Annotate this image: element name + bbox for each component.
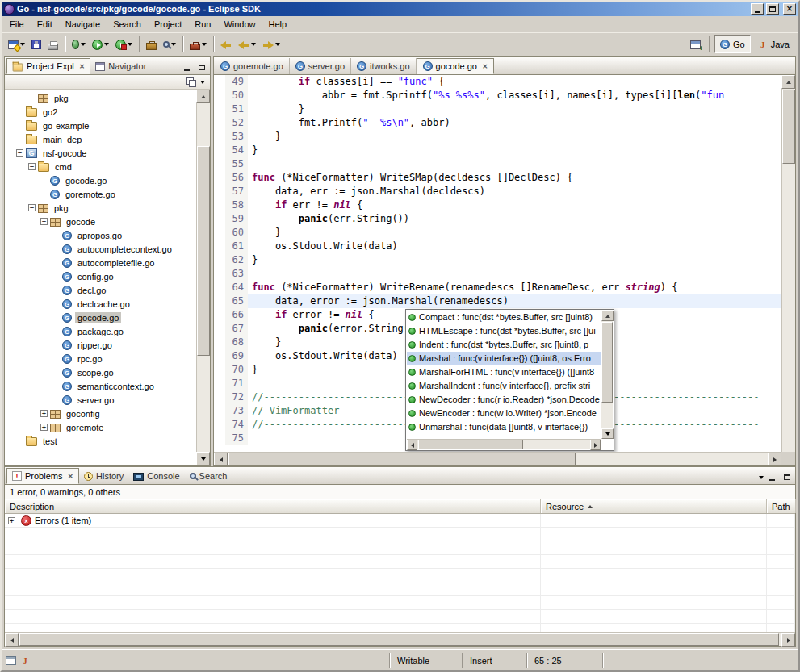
scrollbar-thumb[interactable] <box>19 633 779 646</box>
perspective-go-button[interactable]: Go <box>714 35 751 53</box>
menu-edit[interactable]: Edit <box>31 18 59 31</box>
scrollbar-thumb[interactable] <box>197 146 210 356</box>
assist-item[interactable]: Indent : func(dst *bytes.Buffer, src []u… <box>407 338 601 352</box>
open-perspective-button[interactable] <box>687 35 704 54</box>
tree-item[interactable]: config.go <box>5 269 196 283</box>
code-text[interactable]: } <box>248 253 781 267</box>
problems-row[interactable]: +Errors (1 item) <box>5 514 795 528</box>
scrollbar-thumb[interactable] <box>228 453 576 465</box>
titlebar[interactable]: Go - nsf-gocode/src/pkg/gocode/gocode.go… <box>2 2 798 16</box>
scrollbar-thumb[interactable] <box>418 440 523 449</box>
run-last-button[interactable] <box>112 35 136 54</box>
scroll-left-button[interactable] <box>407 440 417 450</box>
maximize-button[interactable] <box>766 3 779 15</box>
code-text[interactable]: data, error := json.Marshal(renamedescs) <box>248 294 781 308</box>
scroll-right-button[interactable] <box>590 440 601 450</box>
dropdown-arrow-icon[interactable] <box>20 43 25 46</box>
tree-item[interactable]: −cmd <box>5 160 196 173</box>
code-text[interactable]: } <box>248 102 781 116</box>
dropdown-arrow-icon[interactable] <box>171 43 176 46</box>
code-text[interactable]: } <box>248 144 781 157</box>
tab-history[interactable]: History <box>79 468 128 484</box>
menu-run[interactable]: Run <box>188 18 217 31</box>
scrollbar-thumb[interactable] <box>601 322 613 403</box>
tab-navigator[interactable]: Navigator <box>90 58 151 74</box>
debug-button[interactable] <box>69 35 89 54</box>
code-text[interactable] <box>248 157 781 171</box>
close-icon[interactable]: × <box>482 63 488 70</box>
tab-console[interactable]: Console <box>128 468 184 484</box>
dropdown-arrow-icon[interactable] <box>81 43 86 46</box>
menu-search[interactable]: Search <box>107 18 148 31</box>
tree-item[interactable]: autocompletefile.go <box>5 256 196 269</box>
scroll-right-button[interactable] <box>781 633 795 647</box>
tree-item[interactable]: +goremote <box>5 420 196 434</box>
dropdown-arrow-icon[interactable] <box>128 43 132 46</box>
code-text[interactable]: os.Stdout.Write(data) <box>248 240 781 253</box>
tree-item[interactable]: package.go <box>5 324 196 338</box>
view-menu-icon[interactable] <box>759 476 764 479</box>
editor-horizontal-scrollbar[interactable] <box>214 452 781 465</box>
scroll-up-button[interactable] <box>781 75 795 89</box>
close-icon[interactable]: × <box>79 63 86 70</box>
column-header-resource[interactable]: Resource <box>541 499 767 513</box>
code-text[interactable]: panic(err.String()) <box>248 212 781 226</box>
assist-item[interactable]: Marshal : func(v interface{}) ([]uint8, … <box>407 352 601 365</box>
menu-navigate[interactable]: Navigate <box>59 18 107 31</box>
run-button[interactable] <box>89 35 112 54</box>
save-button[interactable] <box>28 35 44 54</box>
java-fast-view-icon[interactable] <box>20 656 30 666</box>
scroll-down-button[interactable] <box>601 428 614 439</box>
collapse-expander-icon[interactable]: − <box>40 218 48 225</box>
code-text[interactable]: fmt.Printf(" %s\n", abbr) <box>248 116 781 130</box>
tree-item[interactable]: decl.go <box>5 283 196 297</box>
code-text[interactable]: data, err := json.Marshal(decldescs) <box>248 185 781 198</box>
expand-expander-icon[interactable]: + <box>40 410 48 417</box>
code-text[interactable] <box>248 267 781 281</box>
open-type-button[interactable] <box>143 35 160 54</box>
tree-item[interactable]: main_dep <box>5 132 196 146</box>
scroll-left-button[interactable] <box>214 453 228 465</box>
column-header-description[interactable]: Description <box>5 499 541 513</box>
editor-tab-server.go[interactable]: server.go <box>290 58 351 74</box>
maximize-view-button[interactable] <box>195 62 207 73</box>
column-header-path[interactable]: Path <box>767 499 796 513</box>
code-text[interactable]: } <box>248 226 781 240</box>
scroll-down-button[interactable] <box>196 452 210 465</box>
tab-problems[interactable]: Problems× <box>6 468 79 484</box>
dropdown-arrow-icon[interactable] <box>251 43 256 46</box>
collapse-expander-icon[interactable]: − <box>28 204 36 211</box>
tree-item[interactable]: go2 <box>5 105 196 119</box>
assist-horizontal-scrollbar[interactable] <box>407 439 601 449</box>
external-tools-button[interactable] <box>186 35 210 54</box>
assist-item[interactable]: HTMLEscape : func(dst *bytes.Buffer, src… <box>407 324 601 338</box>
code-text[interactable]: if classes[i] == "func" { <box>248 75 781 89</box>
editor-tab-itworks.go[interactable]: itworks.go <box>351 58 417 74</box>
assist-item[interactable]: NewEncoder : func(w io.Writer) *json.Enc… <box>407 407 601 420</box>
tree-item[interactable]: scope.go <box>5 365 196 379</box>
tree-item[interactable]: +goconfig <box>5 407 196 420</box>
tree-item[interactable]: −pkg <box>5 201 196 215</box>
close-icon[interactable]: × <box>67 473 73 480</box>
menu-window[interactable]: Window <box>217 18 262 31</box>
collapse-all-icon[interactable] <box>186 77 195 86</box>
back-button[interactable] <box>235 35 259 54</box>
minimize-view-button[interactable] <box>181 62 193 73</box>
new-wizard-button[interactable] <box>5 35 28 54</box>
last-edit-location-button[interactable] <box>217 35 235 54</box>
assist-item[interactable]: Compact : func(dst *bytes.Buffer, src []… <box>407 311 601 324</box>
minimize-view-button[interactable] <box>766 472 778 482</box>
dropdown-arrow-icon[interactable] <box>275 43 280 46</box>
code-text[interactable]: func (*NiceFormatter) WriteRename(rename… <box>248 281 781 294</box>
maximize-view-button[interactable] <box>781 472 793 482</box>
code-text[interactable]: abbr = fmt.Sprintf("%s %s%s", classes[i]… <box>248 89 781 102</box>
tree-item[interactable]: gocode.go <box>5 173 196 187</box>
assist-item[interactable]: MarshalIndent : func(v interface{}, pref… <box>407 379 601 393</box>
tab-project-explorer[interactable]: Project Expl × <box>6 58 90 74</box>
tree-item[interactable]: test <box>5 434 196 448</box>
tree-item[interactable]: autocompletecontext.go <box>5 242 196 256</box>
editor-tab-gocode.go[interactable]: gocode.go× <box>417 58 495 74</box>
scroll-up-button[interactable] <box>196 90 210 103</box>
dropdown-arrow-icon[interactable] <box>202 43 207 46</box>
print-button[interactable] <box>44 35 61 54</box>
